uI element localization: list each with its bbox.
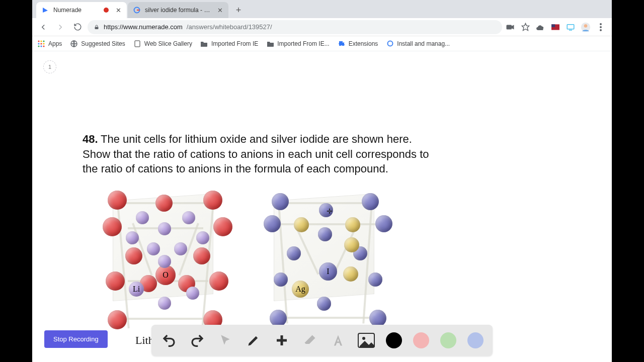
oxygen-atom-label: O: [155, 265, 176, 285]
nav-back-button[interactable]: [36, 20, 50, 34]
eraser-tool[interactable]: [301, 332, 318, 349]
bookmark-label: Web Slice Gallery: [144, 40, 192, 47]
bookmark-label: Imported From IE: [211, 40, 258, 47]
lithium-atom-label: Li: [129, 282, 144, 297]
svg-marker-4: [512, 25, 514, 29]
add-tool[interactable]: [273, 332, 290, 349]
color-green[interactable]: [440, 332, 456, 348]
pen-tool[interactable]: [245, 332, 262, 349]
text-tool[interactable]: [330, 332, 347, 349]
question-text: The unit cells for lithium oxide and sil…: [83, 133, 429, 175]
star-icon[interactable]: [520, 22, 530, 32]
tab-numerade[interactable]: Numerade ✕: [36, 2, 127, 18]
tab-title: silver iodide formula - Google: [145, 7, 213, 14]
new-tab-button[interactable]: +: [231, 3, 246, 17]
color-blue[interactable]: [467, 332, 484, 348]
image-tool[interactable]: [358, 332, 375, 349]
tab-strip: Numerade ✕ silver iodide formula - Googl…: [32, 0, 612, 18]
whiteboard-toolbar: [151, 325, 493, 356]
stop-recording-button[interactable]: Stop Recording: [44, 330, 108, 348]
svg-point-13: [600, 26, 602, 28]
question-number: 48.: [83, 133, 98, 145]
puzzle-icon: [338, 40, 346, 48]
google-icon: [386, 40, 394, 48]
question-block: 48. The unit cells for lithium oxide and…: [83, 132, 435, 176]
bookmarks-bar: Apps Suggested Sites Web Slice Gallery I…: [32, 36, 612, 51]
svg-rect-2: [95, 27, 99, 29]
nav-forward-button[interactable]: [53, 20, 67, 34]
url-path: /answers/whiteboard/139527/: [187, 23, 272, 31]
kebab-menu-icon[interactable]: [596, 22, 606, 32]
recording-indicator-icon: [104, 8, 109, 13]
svg-point-12: [600, 23, 602, 25]
svg-point-29: [362, 337, 365, 340]
apps-grid-icon: [37, 40, 45, 48]
bookmark-label: Extensions: [349, 40, 378, 47]
lithium-oxide-diagram: O Li: [98, 187, 238, 333]
silver-iodide-diagram: I Ag ✛: [259, 187, 399, 333]
bookmark-extensions[interactable]: Extensions: [338, 40, 378, 48]
color-black[interactable]: [386, 332, 402, 348]
svg-marker-5: [522, 23, 529, 30]
numerade-favicon: [41, 6, 49, 14]
profile-avatar[interactable]: [581, 22, 591, 32]
svg-point-19: [40, 43, 42, 44]
bookmark-gallery[interactable]: Web Slice Gallery: [133, 40, 192, 48]
bookmark-label: Install and manag...: [397, 40, 450, 47]
svg-point-15: [38, 40, 39, 42]
monitor-icon[interactable]: [566, 22, 576, 32]
close-tab-icon[interactable]: ✕: [115, 7, 122, 14]
bookmark-label: Imported From IE...: [277, 40, 329, 47]
bookmark-label: Suggested Sites: [81, 40, 125, 47]
google-favicon: [133, 6, 141, 14]
tab-title: Numerade: [53, 7, 104, 14]
folder-icon: [266, 40, 274, 48]
bookmark-label: Apps: [48, 40, 62, 47]
bookmark-suggested[interactable]: Suggested Sites: [70, 40, 125, 48]
camera-icon[interactable]: [505, 22, 515, 32]
cloud-icon[interactable]: [535, 22, 545, 32]
color-pink[interactable]: [413, 332, 429, 348]
silver-atom-label: Ag: [292, 281, 309, 298]
svg-point-16: [40, 40, 42, 42]
nav-reload-button[interactable]: [70, 20, 85, 34]
apps-button[interactable]: Apps: [37, 40, 62, 48]
page-icon: [133, 40, 141, 48]
svg-rect-7: [551, 24, 555, 27]
tab-google[interactable]: silver iodide formula - Google ✕: [128, 2, 228, 18]
page-content: 1 48. The unit cells for lithium oxide a…: [32, 51, 612, 362]
svg-point-14: [600, 29, 602, 31]
svg-point-22: [40, 45, 42, 47]
flag-icon[interactable]: [550, 22, 560, 32]
undo-button[interactable]: [160, 332, 178, 349]
bookmark-import2[interactable]: Imported From IE...: [266, 40, 329, 48]
redo-button[interactable]: [189, 332, 206, 349]
svg-marker-0: [43, 8, 48, 13]
svg-point-23: [43, 45, 44, 47]
globe-icon: [70, 40, 78, 48]
svg-point-18: [38, 43, 39, 44]
pointer-tool[interactable]: [217, 332, 234, 349]
page-number-badge[interactable]: 1: [43, 60, 56, 73]
svg-point-21: [38, 45, 39, 47]
svg-point-11: [584, 24, 588, 28]
svg-rect-8: [567, 24, 574, 29]
address-bar: https://www.numerade.com/answers/whitebo…: [32, 18, 612, 36]
close-tab-icon[interactable]: ✕: [216, 7, 223, 14]
browser-window: Numerade ✕ silver iodide formula - Googl…: [32, 0, 612, 362]
iodide-atom-label: I: [319, 262, 337, 281]
svg-point-26: [387, 41, 392, 46]
bookmark-install[interactable]: Install and manag...: [386, 40, 450, 48]
url-host: https://www.numerade.com: [104, 23, 183, 31]
svg-rect-25: [135, 41, 140, 47]
folder-icon: [200, 40, 208, 48]
svg-point-20: [43, 43, 44, 44]
svg-point-17: [43, 40, 44, 42]
bookmark-import1[interactable]: Imported From IE: [200, 40, 258, 48]
lock-icon: [94, 24, 100, 30]
omnibox[interactable]: https://www.numerade.com/answers/whitebo…: [88, 20, 502, 34]
svg-rect-3: [507, 25, 512, 29]
